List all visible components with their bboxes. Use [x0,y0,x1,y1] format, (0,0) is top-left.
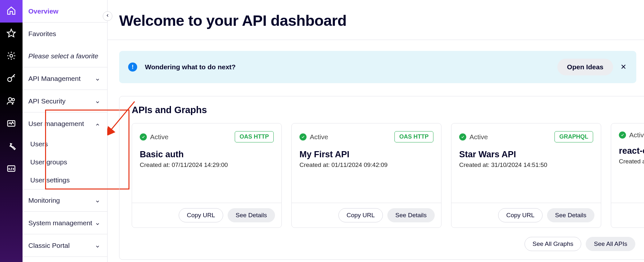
submenu-label: Users [30,140,48,148]
section-title: APIs and Graphs [132,105,644,115]
api-card: Active OAS HTTP Basic auth Created at: 0… [132,123,282,228]
api-card: Active OAS HTTP My First API Created at:… [291,123,441,228]
status-badge: Active [299,133,328,141]
rail-user-management[interactable] [0,90,23,113]
users-icon [6,96,16,107]
alert-close-button[interactable]: ✕ [620,63,627,71]
api-meta: Created at: 07/11/2024 14:29:00 [140,161,274,169]
check-icon [619,131,626,139]
sidebar-item-monitoring[interactable]: Monitoring [23,189,107,212]
rail-system-management[interactable] [0,135,23,158]
submenu-label: User settings [30,176,70,184]
api-card: Active react-co Created at: [611,123,644,228]
sidebar-item-label: Monitoring [28,197,60,204]
sidebar-item-label: Classic Portal [28,242,70,249]
user-management-submenu: Users User groups User settings [23,135,107,189]
chevron-down-icon [95,243,100,248]
submenu-item-user-groups[interactable]: User groups [23,153,107,171]
sidebar-item-api-security[interactable]: API Security [23,90,107,112]
see-all-graphs-button[interactable]: See All Graphs [525,237,582,251]
api-meta: Created at: 31/10/2024 14:51:50 [459,161,593,169]
info-alert: ! Wondering what to do next? Open Ideas … [119,51,636,83]
rail-classic-portal[interactable] [0,158,23,180]
see-details-button[interactable]: See Details [228,208,275,222]
chevron-up-icon [95,121,100,126]
icon-rail [0,0,23,262]
open-ideas-button[interactable]: Open Ideas [557,59,613,75]
check-icon [140,133,147,141]
favorites-placeholder: Please select a favorite [23,45,107,67]
sidebar-item-label: Overview [28,7,58,15]
api-card: Active GRAPHQL Star Wars API Created at:… [451,123,601,228]
sidebar-item-label: API Security [28,97,66,105]
rail-home[interactable] [0,0,23,23]
api-type-tag: OAS HTTP [235,131,274,142]
section-footer: See All Graphs See All APIs [132,237,635,251]
info-icon: ! [128,63,137,72]
gear-icon [6,51,16,62]
sidebar-item-classic-portal[interactable]: Classic Portal [23,234,107,257]
sidebar-item-label: Favorites [28,30,56,38]
home-icon [6,6,16,17]
chevron-down-icon [95,220,100,226]
status-text: Active [629,131,644,139]
apis-section: APIs and Graphs Active OAS HTTP Basic au… [119,96,644,260]
submenu-item-user-settings[interactable]: User settings [23,171,107,189]
svg-point-0 [10,54,13,57]
sidebar-item-label: User management [28,120,84,128]
api-name: Star Wars API [459,150,593,160]
check-icon [459,133,466,141]
chevron-down-icon [95,198,100,203]
alert-text: Wondering what to do next? [145,63,557,71]
sidebar-item-overview[interactable]: Overview [23,0,107,23]
status-text: Active [469,133,488,141]
sidebar-item-system-management[interactable]: System management [23,212,107,234]
api-meta: Created at: 01/11/2024 09:42:09 [299,161,433,169]
key-icon [6,73,16,84]
svg-point-1 [8,78,12,82]
status-text: Active [150,133,168,141]
api-type-tag: GRAPHQL [554,131,593,142]
rail-favorites[interactable] [0,23,23,45]
rail-api-management[interactable] [0,45,23,68]
card-list: Active OAS HTTP Basic auth Created at: 0… [132,123,644,228]
see-all-apis-button[interactable]: See All APIs [586,237,635,251]
svg-point-3 [12,99,15,101]
check-icon [299,133,307,141]
sidebar-item-label: API Management [28,75,80,82]
rail-api-security[interactable] [0,68,23,90]
svg-point-2 [8,98,12,101]
sidebar-item-label: System management [28,219,92,227]
monitor-icon [6,119,16,130]
api-meta: Created at: [619,158,644,165]
submenu-label: User groups [30,158,67,166]
see-details-button[interactable]: See Details [387,208,435,222]
api-name: react-co [619,146,644,156]
wrench-icon [6,141,16,152]
copy-url-button[interactable]: Copy URL [498,208,543,222]
status-badge: Active [140,133,168,141]
sidebar-item-user-management[interactable]: User management [23,112,107,135]
api-name: Basic auth [140,150,274,160]
sidebar: Overview Favorites Please select a favor… [23,0,108,262]
main-content: Welcome to your API dashboard ! Wonderin… [108,0,644,262]
page-title: Welcome to your API dashboard [119,12,644,29]
sidebar-item-api-management[interactable]: API Management [23,67,107,90]
status-text: Active [310,133,328,141]
star-icon [6,28,16,39]
sidebar-item-favorites[interactable]: Favorites [23,23,107,45]
divider [108,40,644,40]
submenu-item-users[interactable]: Users [23,135,107,153]
chevron-left-icon [105,13,110,19]
rail-monitoring[interactable] [0,113,23,135]
api-name: My First API [299,150,433,160]
copy-url-button[interactable]: Copy URL [338,208,383,222]
status-badge: Active [619,131,644,139]
sidebar-collapse-button[interactable] [103,11,112,21]
close-icon: ✕ [620,63,626,71]
chevron-down-icon [95,99,100,104]
copy-url-button[interactable]: Copy URL [179,208,223,222]
see-details-button[interactable]: See Details [547,208,594,222]
portal-icon [6,164,16,175]
api-type-tag: OAS HTTP [394,131,433,142]
